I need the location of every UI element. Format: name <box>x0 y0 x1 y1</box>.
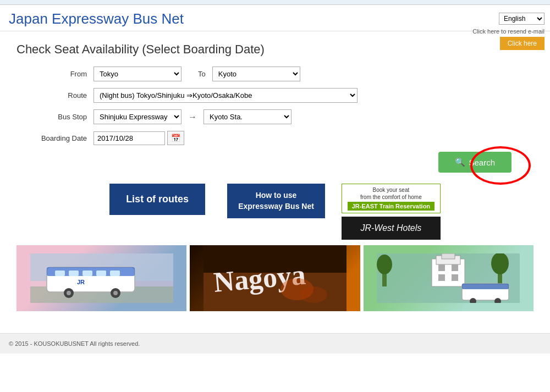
svg-point-19 <box>300 286 327 303</box>
svg-rect-5 <box>55 270 65 276</box>
jr-banners: Book your seatfrom the comfort of home J… <box>342 184 441 240</box>
svg-rect-7 <box>82 270 92 276</box>
busstop-to-select[interactable]: Kyoto Sta. <box>204 109 292 124</box>
from-to-row: From Tokyo Osaka Kyoto Nagoya To Kyoto T… <box>33 67 534 81</box>
bus-visual: JR <box>16 245 186 311</box>
nagoya-visual: Nagoya <box>190 245 360 311</box>
jr-east-top-text: Book your seatfrom the comfort of home <box>360 186 422 201</box>
svg-rect-8 <box>96 270 106 276</box>
svg-rect-30 <box>438 274 445 281</box>
svg-point-11 <box>67 291 71 295</box>
busstop-row: Bus Stop Shinjuku Expressway Bus Te → Ky… <box>33 109 534 124</box>
nagoya-food-image: Nagoya <box>190 245 360 311</box>
jr-west-label: JR-West Hotels <box>360 223 421 233</box>
svg-rect-9 <box>110 270 120 276</box>
footer: © 2015 - KOUSOKUBUSNET All rights reserv… <box>0 333 550 354</box>
from-select[interactable]: Tokyo Osaka Kyoto Nagoya <box>94 67 182 81</box>
svg-point-22 <box>377 255 392 274</box>
route-label: Route <box>33 91 94 100</box>
bus-cherry-image: JR <box>16 245 186 311</box>
nagoya-svg: Nagoya <box>204 245 346 311</box>
bus-svg-1: JR <box>30 253 173 303</box>
language-select[interactable]: English Japanese Chinese <box>499 13 544 25</box>
svg-rect-28 <box>438 264 445 271</box>
calendar-button[interactable]: 📅 <box>167 131 184 145</box>
busstop-from-select[interactable]: Shinjuku Expressway Bus Te <box>94 109 182 124</box>
main-content: Check Seat Availability (Select Boarding… <box>0 31 550 322</box>
to-select[interactable]: Kyoto Tokyo Osaka Nagoya <box>212 67 300 81</box>
list-routes-button[interactable]: List of routes <box>109 184 205 215</box>
jr-east-label: JR-EAST Train Reservation <box>348 202 435 211</box>
search-label: Search <box>469 158 495 167</box>
how-to-label: How to useExpressway Bus Net <box>238 191 314 211</box>
banner-area: List of routes How to useExpressway Bus … <box>16 184 534 240</box>
to-label: To <box>198 70 206 78</box>
jr-east-banner[interactable]: Book your seatfrom the comfort of home J… <box>342 184 441 213</box>
svg-rect-33 <box>462 284 509 289</box>
search-icon: 🔍 <box>455 157 465 167</box>
booking-form: From Tokyo Osaka Kyoto Nagoya To Kyoto T… <box>33 67 534 145</box>
site-title: Japan Expressway Bus Net <box>9 10 541 31</box>
header: Japan Expressway Bus Net English Japanes… <box>0 5 550 31</box>
section-title: Check Seat Availability (Select Boarding… <box>16 42 534 57</box>
list-routes-label: List of routes <box>126 194 189 205</box>
route-row: Route (Night bus) Tokyo/Shinjuku ⇒Kyoto/… <box>33 88 534 103</box>
bus-castle-image <box>364 245 534 311</box>
jr-west-banner[interactable]: JR-West Hotels <box>342 217 441 240</box>
search-area: 🔍 Search <box>16 152 534 173</box>
top-bar <box>0 0 550 5</box>
from-label: From <box>33 70 94 78</box>
svg-rect-27 <box>442 253 455 259</box>
bus-svg-2 <box>377 253 520 303</box>
boarding-date-input[interactable] <box>94 131 165 145</box>
svg-point-13 <box>113 291 118 295</box>
boarding-date-label: Boarding Date <box>33 134 94 142</box>
right-buttons: How to useExpressway Bus Net <box>227 184 325 218</box>
image-row: JR Nagoya <box>16 245 534 311</box>
search-button[interactable]: 🔍 Search <box>438 152 512 173</box>
how-to-button[interactable]: How to useExpressway Bus Net <box>227 184 325 218</box>
svg-rect-6 <box>69 270 79 276</box>
arrow-icon: → <box>188 112 197 122</box>
svg-rect-29 <box>452 264 458 271</box>
svg-text:JR: JR <box>77 279 85 285</box>
boarding-date-row: Boarding Date 📅 <box>33 131 534 145</box>
svg-rect-31 <box>452 274 458 281</box>
bus-castle-visual <box>364 245 534 311</box>
calendar-icon: 📅 <box>171 134 180 142</box>
busstop-label: Bus Stop <box>33 113 94 121</box>
footer-text: © 2015 - KOUSOKUBUSNET All rights reserv… <box>9 340 140 347</box>
route-select[interactable]: (Night bus) Tokyo/Shinjuku ⇒Kyoto/Osaka/… <box>94 88 358 103</box>
